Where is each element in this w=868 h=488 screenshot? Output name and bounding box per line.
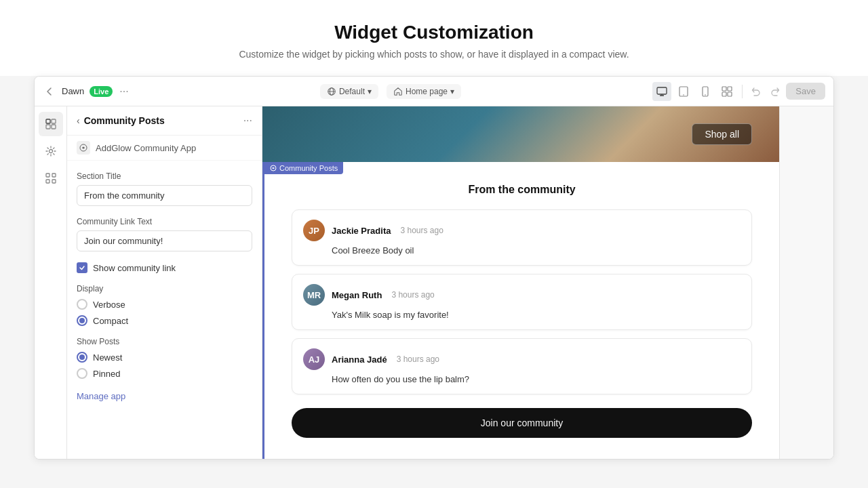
back-icon[interactable] (43, 85, 56, 98)
homepage-chevron: ▾ (450, 87, 454, 96)
join-community-button[interactable]: Join our community (292, 408, 752, 438)
post-time-2: 3 hours ago (391, 290, 434, 300)
community-link-group: Community Link Text (77, 217, 252, 251)
compact-radio-row[interactable]: Compact (77, 315, 252, 326)
post-card-1-header: JP Jackie Pradita 3 hours ago (303, 220, 741, 241)
post-content-2: Yak's Milk soap is my favorite! (303, 310, 741, 320)
post-avatar-2: MR (303, 284, 325, 306)
pinned-label: Pinned (93, 369, 120, 379)
homepage-selector[interactable]: Home page ▾ (387, 84, 461, 99)
tablet-view-btn[interactable] (674, 82, 693, 101)
default-selector[interactable]: Default ▾ (320, 84, 378, 99)
post-time-1: 3 hours ago (400, 226, 443, 235)
save-button[interactable]: Save (786, 83, 825, 100)
post-time-3: 3 hours ago (397, 354, 439, 364)
show-posts-group: Show Posts Newest Pinned (77, 337, 252, 379)
verbose-radio[interactable] (77, 299, 87, 310)
verbose-label: Verbose (93, 300, 125, 310)
display-radio-group: Verbose Compact (77, 299, 252, 326)
toolbar-left: Dawn Live ··· (43, 85, 129, 98)
svg-rect-16 (46, 125, 50, 129)
preview-area: Shop all Community Posts From the commun… (262, 106, 779, 459)
svg-point-9 (705, 94, 707, 96)
show-posts-radio-group: Newest Pinned (77, 352, 252, 379)
show-community-link-row[interactable]: Show community link (77, 262, 252, 273)
section-title-group: Section Title (77, 171, 252, 206)
toolbar-divider (742, 85, 743, 98)
show-posts-label: Show Posts (77, 337, 252, 346)
svg-point-18 (49, 150, 52, 153)
svg-rect-10 (722, 87, 726, 91)
pinned-radio-row[interactable]: Pinned (77, 368, 252, 379)
post-content-3: How often do you use the lip balm? (303, 374, 741, 384)
nav-apps-icon[interactable] (39, 166, 63, 190)
mobile-view-btn[interactable] (696, 82, 715, 101)
page-header: Widget Customization Customize the widge… (0, 0, 868, 76)
nav-settings-icon[interactable] (39, 139, 63, 163)
svg-rect-14 (46, 119, 50, 123)
post-card-3: AJ Arianna Jadé 3 hours ago How often do… (292, 338, 752, 394)
panel-subitem-app: AddGlow Community App (67, 136, 262, 161)
panel-title: Community Posts (84, 115, 243, 126)
more-icon[interactable]: ··· (119, 85, 128, 98)
section-title-label: Section Title (77, 171, 252, 181)
panel-body: Section Title Community Link Text Show c… (67, 161, 262, 413)
post-card-1: JP Jackie Pradita 3 hours ago Cool Breez… (292, 209, 752, 266)
community-section-title: From the community (292, 184, 752, 196)
hero-banner: Shop all (262, 106, 779, 162)
browser-toolbar: Dawn Live ··· Default ▾ Home page ▾ (35, 77, 833, 106)
default-label: Default (339, 87, 365, 96)
verbose-radio-row[interactable]: Verbose (77, 299, 252, 310)
store-name: Dawn (62, 86, 84, 96)
post-card-2-header: MR Megan Ruth 3 hours ago (303, 284, 741, 306)
post-author-2: Megan Ruth (332, 290, 382, 300)
svg-rect-17 (52, 125, 56, 129)
svg-point-7 (684, 94, 685, 96)
post-card-2: MR Megan Ruth 3 hours ago Yak's Milk soa… (292, 274, 752, 330)
desktop-view-btn[interactable] (652, 82, 671, 101)
post-avatar-1: JP (303, 220, 325, 241)
grid-view-btn[interactable] (717, 82, 736, 101)
right-sidebar (779, 106, 833, 459)
page-subtitle: Customize the widget by picking which po… (14, 49, 854, 60)
display-group: Display Verbose Compact (77, 284, 252, 326)
panel-options-icon[interactable]: ··· (243, 115, 252, 127)
svg-rect-22 (52, 180, 56, 183)
pinned-radio[interactable] (77, 368, 87, 379)
post-avatar-3: AJ (303, 348, 325, 370)
svg-rect-13 (728, 92, 732, 96)
browser-body: ‹ Community Posts ··· AddGlow Community … (35, 106, 833, 459)
sidebar-nav (35, 106, 67, 459)
post-card-3-header: AJ Arianna Jadé 3 hours ago (303, 348, 741, 370)
section-title-input[interactable] (77, 185, 252, 206)
display-label: Display (77, 284, 252, 293)
nav-sections-icon[interactable] (39, 112, 63, 136)
newest-radio-row[interactable]: Newest (77, 352, 252, 363)
toolbar-right: Save (652, 82, 825, 101)
toolbar-center: Default ▾ Home page ▾ (134, 84, 648, 99)
live-badge: Live (90, 86, 113, 97)
svg-rect-21 (46, 180, 50, 183)
show-community-link-checkbox[interactable] (77, 262, 87, 273)
shop-all-button[interactable]: Shop all (692, 123, 752, 145)
compact-radio[interactable] (77, 315, 87, 326)
settings-panel: ‹ Community Posts ··· AddGlow Community … (67, 106, 262, 459)
newest-radio-inner (79, 354, 85, 360)
show-community-link-label: Show community link (93, 263, 176, 273)
community-posts-section: Community Posts From the community JP Ja… (262, 162, 779, 459)
manage-app-link[interactable]: Manage app (77, 391, 125, 401)
post-content-1: Cool Breeze Body oil (303, 245, 741, 256)
panel-back-icon[interactable]: ‹ (77, 115, 80, 126)
post-author-3: Arianna Jadé (332, 354, 387, 365)
redo-btn[interactable] (767, 83, 783, 100)
browser-frame: Dawn Live ··· Default ▾ Home page ▾ (34, 76, 834, 460)
undo-btn[interactable] (748, 83, 764, 100)
svg-rect-15 (52, 119, 56, 123)
post-author-1: Jackie Pradita (332, 226, 391, 236)
svg-rect-12 (722, 92, 726, 96)
newest-radio[interactable] (77, 352, 87, 363)
app-icon (77, 141, 90, 155)
community-link-input[interactable] (77, 230, 252, 251)
svg-rect-19 (46, 174, 50, 177)
community-link-label: Community Link Text (77, 217, 252, 226)
